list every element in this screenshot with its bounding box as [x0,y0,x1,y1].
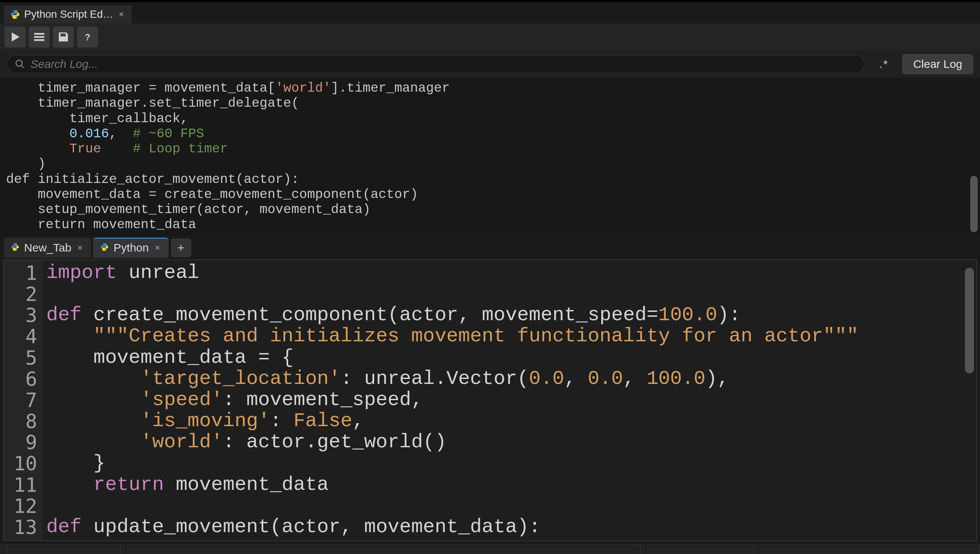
tab-label: Python [113,241,149,254]
title-tab[interactable]: Python Script Ed… × [4,5,132,23]
close-icon[interactable]: × [117,9,126,20]
line-gutter: 12345678910111213 [4,260,43,540]
status-bar [0,544,980,554]
help-button[interactable]: ? [77,26,98,48]
help-icon: ? [81,30,94,44]
save-icon [57,30,70,44]
code-content[interactable]: import unreal def create_movement_compon… [43,260,976,540]
run-button[interactable] [5,26,25,48]
python-icon [100,241,109,254]
status-cell [8,544,121,554]
search-wrap[interactable] [7,55,865,73]
close-icon[interactable]: × [153,242,162,253]
status-cell [641,544,754,554]
log-content: timer_manager = movement_data['world'].t… [0,78,980,236]
title-tab-label: Python Script Ed… [24,8,113,21]
log-area[interactable]: timer_manager = movement_data['world'].t… [0,78,980,236]
python-icon [10,9,21,20]
title-tab-bar: Python Script Ed… × [0,0,980,23]
clear-log-button[interactable]: Clear Log [902,54,973,74]
status-cell [754,544,980,554]
code-editor[interactable]: 12345678910111213 import unreal def crea… [3,259,977,541]
play-icon [8,30,22,44]
log-scrollbar[interactable] [970,176,978,232]
python-icon [11,241,20,254]
editor-scrollbar[interactable] [965,268,974,373]
search-row: .* Clear Log [0,51,980,78]
close-icon[interactable]: × [76,242,84,253]
svg-text:?: ? [85,32,91,42]
regex-toggle[interactable]: .* [872,58,895,70]
list-button[interactable] [29,26,50,48]
status-cell [0,544,8,554]
toolbar: ? [0,23,980,51]
add-tab-button[interactable]: + [171,238,191,257]
status-cell [121,544,641,554]
python-script-editor-window: Python Script Ed… × ? .* Clear Log timer… [0,0,980,554]
search-icon [15,59,25,69]
editor-tab-new_tab[interactable]: New_Tab× [4,237,91,258]
editor-tab-python[interactable]: Python× [93,237,168,258]
editor-tab-bar: New_Tab×Python× + [0,236,980,258]
save-button[interactable] [53,26,74,48]
tab-label: New_Tab [24,241,71,254]
search-input[interactable] [30,58,857,70]
list-icon [32,30,46,44]
